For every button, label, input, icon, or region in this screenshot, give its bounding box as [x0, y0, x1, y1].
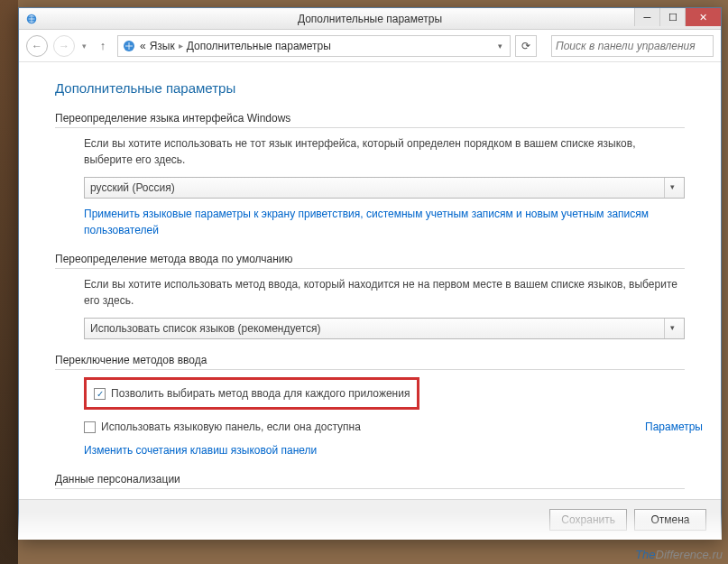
button-bar: Сохранить Отмена [19, 499, 721, 539]
section-description: Если вы хотите использовать не тот язык … [84, 135, 685, 168]
window-title: Дополнительные параметры [19, 13, 721, 25]
minimize-button[interactable]: ─ [634, 8, 659, 26]
page-title: Дополнительные параметры [55, 80, 685, 96]
change-hotkeys-link[interactable]: Изменить сочетания клавиш языковой панел… [84, 442, 685, 458]
section-header: Переопределение метода ввода по умолчани… [55, 253, 685, 269]
section-description: Если вы хотите использовать метод ввода,… [84, 276, 685, 309]
section-header: Переключение методов ввода [55, 354, 685, 370]
per-app-input-checkbox[interactable]: ✓ [94, 388, 106, 400]
parameters-link[interactable]: Параметры [645, 419, 703, 435]
close-button[interactable]: ✕ [685, 8, 721, 26]
settings-window: Дополнительные параметры ─ ☐ ✕ ← → ▾ ↑ «… [18, 7, 722, 540]
checkbox-label: Позволить выбирать метод ввода для каждо… [111, 385, 410, 402]
chevron-right-icon: ▸ [179, 41, 183, 51]
highlighted-option: ✓ Позволить выбирать метод ввода для каж… [84, 377, 419, 410]
forward-button[interactable]: → [53, 35, 75, 57]
desktop-background [0, 0, 18, 564]
titlebar: Дополнительные параметры ─ ☐ ✕ [19, 8, 721, 30]
section-description: Эти данные используются, только чтобы ул… [84, 496, 685, 499]
breadcrumb-item[interactable]: Дополнительные параметры [187, 40, 331, 52]
checkbox-label: Использовать языковую панель, если она д… [101, 419, 361, 435]
breadcrumb-bar[interactable]: « Язык ▸ Дополнительные параметры ▾ [117, 35, 511, 57]
up-button[interactable]: ↑ [94, 37, 112, 55]
search-box[interactable] [551, 35, 714, 57]
globe-icon [122, 39, 136, 53]
language-dropdown[interactable]: русский (Россия) ▾ [84, 177, 685, 199]
save-button[interactable]: Сохранить [549, 509, 627, 531]
section-ui-language: Переопределение языка интерфейса Windows… [55, 112, 685, 238]
watermark: TheDifference.ru [635, 548, 723, 561]
input-method-dropdown[interactable]: Использовать список языков (рекомендуетс… [84, 318, 685, 339]
section-personalization: Данные персонализации Эти данные использ… [55, 473, 685, 499]
breadcrumb-dropdown-icon[interactable]: ▾ [494, 42, 506, 51]
breadcrumb-item[interactable]: Язык [150, 40, 175, 52]
breadcrumb-prefix: « [140, 40, 146, 52]
back-button[interactable]: ← [26, 35, 48, 57]
history-dropdown-icon[interactable]: ▾ [80, 42, 88, 51]
section-switch-input: Переключение методов ввода ✓ Позволить в… [55, 354, 685, 458]
chevron-down-icon: ▾ [664, 319, 680, 338]
dropdown-value: Использовать список языков (рекомендуетс… [90, 320, 321, 337]
window-controls: ─ ☐ ✕ [634, 8, 721, 26]
app-icon [24, 12, 39, 26]
section-header: Данные персонализации [55, 473, 685, 489]
refresh-button[interactable]: ⟳ [515, 35, 537, 57]
maximize-button[interactable]: ☐ [659, 8, 685, 26]
cancel-button[interactable]: Отмена [634, 509, 706, 531]
dropdown-value: русский (Россия) [90, 180, 175, 196]
section-input-method: Переопределение метода ввода по умолчани… [55, 253, 685, 339]
navigation-bar: ← → ▾ ↑ « Язык ▸ Дополнительные параметр… [19, 30, 721, 62]
section-header: Переопределение языка интерфейса Windows [55, 112, 685, 128]
chevron-down-icon: ▾ [664, 178, 680, 198]
content-area: Дополнительные параметры Переопределение… [19, 62, 721, 499]
apply-language-link[interactable]: Применить языковые параметры к экрану пр… [84, 206, 685, 238]
language-bar-checkbox[interactable] [84, 421, 96, 433]
search-input[interactable] [556, 40, 709, 52]
